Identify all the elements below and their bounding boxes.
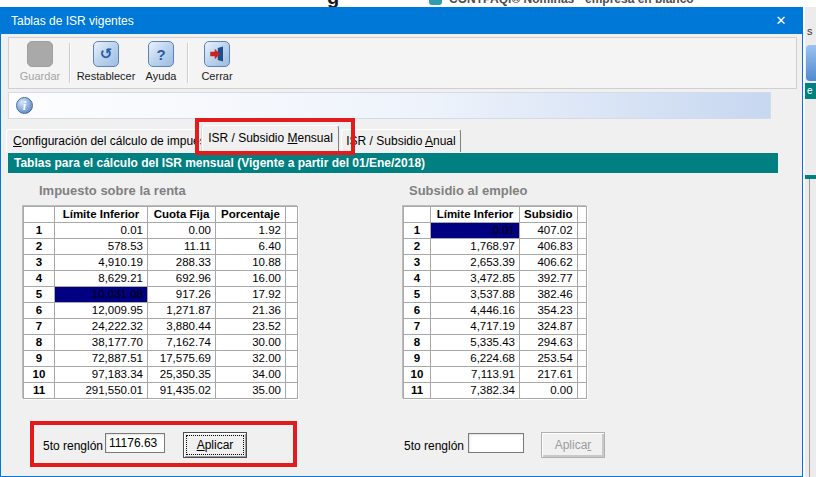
table-cell[interactable]: 25,350.35: [148, 367, 216, 383]
table-cell[interactable]: 16.00: [216, 271, 286, 287]
table-cell[interactable]: 4,910.19: [55, 255, 148, 271]
table-cell[interactable]: 3,537.88: [431, 287, 520, 303]
table-cell[interactable]: 0.00: [148, 223, 216, 239]
table-filler: [577, 367, 586, 383]
tab-label-mnemonic: C: [13, 134, 22, 148]
table-cell[interactable]: 578.53: [55, 239, 148, 255]
save-icon: [27, 41, 53, 67]
table-cell[interactable]: 354.23: [520, 303, 578, 319]
table-cell[interactable]: 21.36: [216, 303, 286, 319]
table-header-row: Límite Inferior Cuota Fija Porcentaje: [24, 207, 298, 223]
table-cell[interactable]: 392.77: [520, 271, 578, 287]
tab-isr-subsidio-anual[interactable]: ISR / Subsidio Anual: [341, 129, 461, 152]
info-icon[interactable]: i: [16, 97, 33, 114]
background-app-title: CONTPAQi® Nóminas - empresa en blanco: [449, 0, 694, 6]
table-cell[interactable]: 1,271.87: [148, 303, 216, 319]
table-cell[interactable]: 0.00: [520, 383, 578, 399]
button-label-mnemonic: r: [587, 438, 591, 452]
close-icon[interactable]: ✕: [760, 8, 802, 34]
table-cell[interactable]: 8,629.21: [55, 271, 148, 287]
table-row: 21,768.97406.83: [404, 239, 587, 255]
restablecer-button[interactable]: ↺ Restablecer: [73, 41, 139, 82]
table-filler: [286, 271, 298, 287]
row-number: 5: [24, 287, 55, 303]
table-cell[interactable]: 288.33: [148, 255, 216, 271]
table-cell[interactable]: 17,575.69: [148, 351, 216, 367]
quinto-renglon-input[interactable]: [105, 433, 165, 453]
row-number: 11: [404, 383, 431, 399]
table-cell[interactable]: 253.54: [520, 351, 578, 367]
table-cell[interactable]: 35.00: [216, 383, 286, 399]
table-cell[interactable]: 917.26: [148, 287, 216, 303]
button-label-mnemonic: A: [197, 438, 205, 452]
table-cell[interactable]: 34.00: [216, 367, 286, 383]
table-cell[interactable]: 3,472.85: [431, 271, 520, 287]
table-cell[interactable]: 32.00: [216, 351, 286, 367]
aplicar-button[interactable]: Aplicar: [183, 432, 247, 458]
table-cell[interactable]: 3,880.44: [148, 319, 216, 335]
quinto-renglon-label: 5to renglón: [404, 439, 464, 453]
table-row: 53,537.88382.46: [404, 287, 587, 303]
table-cell[interactable]: 24,222.32: [55, 319, 148, 335]
guardar-label: Guardar: [13, 70, 67, 82]
table-cell[interactable]: 6,224.68: [431, 351, 520, 367]
table-cell[interactable]: 382.46: [520, 287, 578, 303]
table-cell-selected[interactable]: 10,031.08: [55, 287, 148, 303]
table-cell[interactable]: 38,177.70: [55, 335, 148, 351]
row-number: 7: [24, 319, 55, 335]
title-bar[interactable]: Tablas de ISR vigentes ✕: [1, 8, 802, 34]
table-cell[interactable]: 7,382.34: [431, 383, 520, 399]
row-number: 1: [404, 223, 431, 239]
table-cell[interactable]: 1.92: [216, 223, 286, 239]
table-cell[interactable]: 6.40: [216, 239, 286, 255]
table-row: 117,382.340.00: [404, 383, 587, 399]
table-cell[interactable]: 30.00: [216, 335, 286, 351]
row-number: 6: [404, 303, 431, 319]
table-cell[interactable]: 324.87: [520, 319, 578, 335]
background-letter-fragment: s: [807, 25, 813, 37]
quinto-renglon-input-subsidio[interactable]: [468, 433, 524, 453]
cerrar-button[interactable]: Cerrar: [193, 41, 241, 82]
table-cell-selected[interactable]: 0.01: [431, 223, 520, 239]
table-cell[interactable]: 10.88: [216, 255, 286, 271]
cerrar-label: Cerrar: [193, 70, 241, 82]
table-row: 11291,550.0191,435.0235.00: [24, 383, 298, 399]
table-filler: [577, 383, 586, 399]
table-filler: [286, 223, 298, 239]
table-cell[interactable]: 291,550.01: [55, 383, 148, 399]
table-cell[interactable]: 217.61: [520, 367, 578, 383]
table-header-row: Límite Inferior Subsidio: [404, 207, 587, 223]
table-cell[interactable]: 0.01: [55, 223, 148, 239]
undo-icon: ↺: [93, 41, 119, 67]
row-number: 4: [24, 271, 55, 287]
table-cell[interactable]: 692.96: [148, 271, 216, 287]
table-cell[interactable]: 23.52: [216, 319, 286, 335]
table-cell[interactable]: 17.92: [216, 287, 286, 303]
table-filler: [286, 287, 298, 303]
table-cell[interactable]: 7,113.91: [431, 367, 520, 383]
table-cell[interactable]: 406.83: [520, 239, 578, 255]
row-number: 6: [24, 303, 55, 319]
table-cell[interactable]: 97,183.34: [55, 367, 148, 383]
table-filler: [577, 271, 586, 287]
ayuda-button[interactable]: ? Ayuda: [140, 41, 182, 82]
table-filler: [577, 255, 586, 271]
table-cell[interactable]: 11.11: [148, 239, 216, 255]
table-cell[interactable]: 72,887.51: [55, 351, 148, 367]
table-row: 85,335.43294.63: [404, 335, 587, 351]
table-cell[interactable]: 7,162.74: [148, 335, 216, 351]
table-cell[interactable]: 4,717.19: [431, 319, 520, 335]
table-cell[interactable]: 91,435.02: [148, 383, 216, 399]
table-cell[interactable]: 1,768.97: [431, 239, 520, 255]
ayuda-label: Ayuda: [140, 70, 182, 82]
table-cell[interactable]: 406.62: [520, 255, 578, 271]
table-cell[interactable]: 5,335.43: [431, 335, 520, 351]
table-row: 510,031.08917.2617.92: [24, 287, 298, 303]
table-cell[interactable]: 2,653.39: [431, 255, 520, 271]
table-cell[interactable]: 12,009.95: [55, 303, 148, 319]
tab-isr-subsidio-mensual[interactable]: ISR / Subsidio Mensual: [202, 125, 339, 152]
table-cell[interactable]: 4,446.16: [431, 303, 520, 319]
table-cell[interactable]: 407.02: [520, 223, 578, 239]
tab-label: nual: [433, 134, 456, 148]
table-cell[interactable]: 294.63: [520, 335, 578, 351]
